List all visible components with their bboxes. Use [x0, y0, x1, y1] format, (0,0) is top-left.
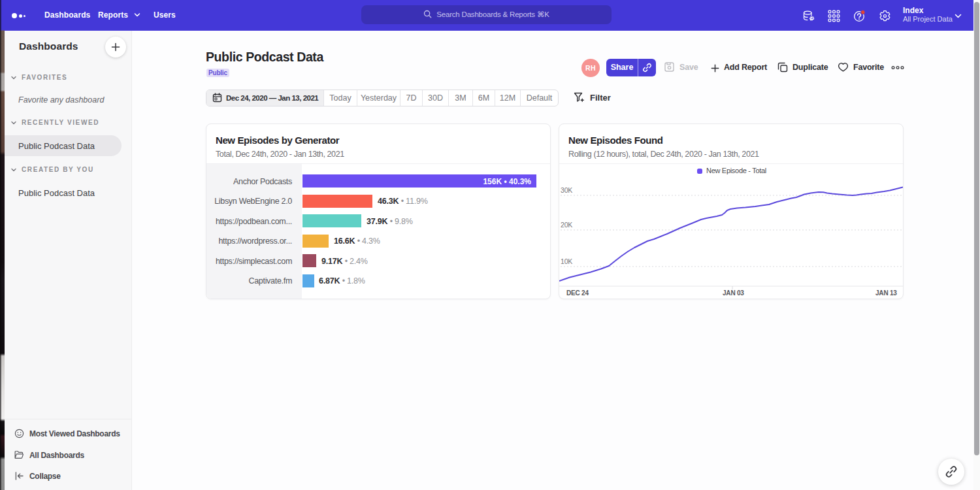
svg-text:20K: 20K: [561, 221, 572, 229]
svg-text:JAN 03: JAN 03: [723, 289, 744, 297]
svg-text:DEC 24: DEC 24: [566, 289, 589, 297]
svg-text:10K: 10K: [561, 257, 572, 265]
svg-text:JAN 13: JAN 13: [875, 289, 897, 297]
svg-text:30K: 30K: [561, 186, 572, 194]
